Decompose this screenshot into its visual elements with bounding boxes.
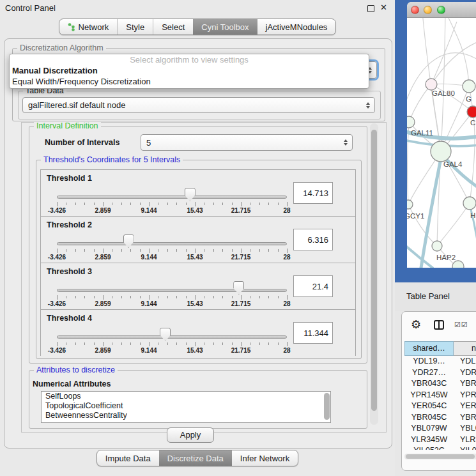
- tab-select[interactable]: Select: [153, 19, 193, 35]
- tab-cyni-toolbox[interactable]: Cyni Toolbox: [193, 19, 257, 35]
- tick-label: 28: [283, 254, 290, 261]
- tick-mark: [241, 202, 242, 206]
- numerical-attributes-label: Numerical Attributes: [33, 380, 111, 388]
- network-edge[interactable]: [409, 84, 431, 122]
- network-node-label: GAL11: [411, 129, 433, 137]
- network-node[interactable]: [426, 79, 437, 90]
- tick-mark: [57, 202, 58, 206]
- table-row[interactable]: YLR345WYLR3: [404, 434, 476, 446]
- table-row[interactable]: YPR145WYPR1: [404, 390, 476, 401]
- slider-thumb[interactable]: [160, 328, 171, 341]
- network-node-label: GCY1: [407, 212, 424, 220]
- tick-mark: [103, 249, 104, 253]
- tick-mark: [241, 342, 242, 346]
- table-hscrollbar-track[interactable]: [404, 454, 476, 459]
- network-node-label: GAL80: [432, 89, 455, 97]
- list-scrollbar-thumb[interactable]: [324, 393, 330, 420]
- network-edge[interactable]: [445, 18, 469, 86]
- network-node[interactable]: [452, 261, 464, 268]
- number-of-intervals-combobox[interactable]: 5: [141, 134, 353, 151]
- columns-icon[interactable]: [434, 320, 444, 330]
- minimize-traffic-light-icon[interactable]: [424, 6, 432, 14]
- network-edge-highlighted[interactable]: [407, 240, 433, 268]
- bottom-tab-impute-data[interactable]: Impute Data: [97, 450, 159, 466]
- tick-label: -3.426: [48, 207, 66, 214]
- threshold-value-field[interactable]: 6.316: [293, 229, 333, 250]
- threshold-value-field[interactable]: 11.344: [293, 322, 333, 344]
- tab-style[interactable]: Style: [117, 19, 153, 35]
- attribute-list-item[interactable]: BetweennessCentrality: [42, 411, 330, 420]
- threshold-value-field[interactable]: 21.4: [293, 275, 333, 297]
- network-node[interactable]: [431, 141, 451, 162]
- numerical-attributes-list[interactable]: SelfLoopsTopologicalCoefficientBetweenne…: [41, 391, 331, 423]
- tick-mark: [75, 249, 76, 252]
- table-row[interactable]: YDL19…YDL1: [404, 356, 476, 367]
- attribute-list-item[interactable]: SelfLoops: [42, 392, 330, 401]
- panel-scrollbar-thumb[interactable]: [371, 130, 377, 411]
- table-row[interactable]: YER054CYER0: [404, 401, 476, 412]
- attribute-list-item[interactable]: TopologicalCoefficient: [42, 401, 330, 411]
- tick-mark: [186, 296, 187, 298]
- float-window-icon[interactable]: [367, 5, 374, 12]
- table-hscrollbar-thumb[interactable]: [406, 454, 475, 459]
- gear-icon[interactable]: ⚙: [411, 318, 421, 332]
- network-edge[interactable]: [441, 18, 445, 151]
- threshold-slider[interactable]: -3.4262.8599.14415.4321.71528: [57, 238, 287, 261]
- network-node[interactable]: [407, 200, 413, 209]
- tick-mark: [186, 203, 187, 205]
- bottom-tab-infer-network[interactable]: Infer Network: [232, 450, 298, 466]
- tab-network[interactable]: Network: [59, 19, 118, 35]
- bottom-tab-discretize-data[interactable]: Discretize Data: [159, 450, 232, 466]
- zoom-traffic-light-icon[interactable]: [437, 6, 445, 14]
- network-node[interactable]: [407, 116, 415, 128]
- network-canvas[interactable]: GAL80GCGAL11GAL4GCY1HHAP2: [407, 18, 476, 268]
- table-row[interactable]: YIL052CYIL0: [404, 445, 476, 450]
- table-row[interactable]: YBR043CYBR0: [404, 378, 476, 390]
- checkboxes-icon[interactable]: ☑☑: [454, 321, 468, 329]
- threshold-value-field[interactable]: 14.713: [293, 182, 333, 204]
- threshold-row: Threshold 2-3.4262.8599.14415.4321.71528…: [41, 217, 355, 263]
- network-edge[interactable]: [431, 40, 476, 84]
- network-node[interactable]: [463, 197, 476, 210]
- slider-thumb[interactable]: [123, 234, 134, 248]
- network-node[interactable]: [467, 106, 476, 118]
- network-node[interactable]: [432, 241, 442, 251]
- threshold-slider[interactable]: -3.4262.8599.14415.4321.71528: [57, 192, 287, 215]
- tick-mark: [250, 249, 250, 252]
- tab-jactivemnodules[interactable]: jActiveMNodules: [257, 19, 336, 35]
- table-data-combobox[interactable]: galFiltered.sif default node: [22, 97, 375, 113]
- network-edge[interactable]: [408, 204, 437, 246]
- dropdown-option[interactable]: Equal Width/Frequency Discretization: [10, 76, 369, 87]
- threshold-label: Threshold 3: [47, 267, 92, 276]
- tick-mark: [84, 203, 85, 205]
- threshold-slider[interactable]: -3.4262.8599.14415.4321.71528: [57, 285, 287, 308]
- threshold-slider[interactable]: -3.4262.8599.14415.4321.71528: [57, 332, 287, 355]
- slider-track: [57, 289, 287, 292]
- discretization-algorithm-title: Discretization Algorithm: [17, 43, 106, 52]
- slider-thumb[interactable]: [185, 188, 196, 201]
- column-header-shared-name[interactable]: shared…: [404, 341, 454, 356]
- interval-definition-title: Interval Definition: [34, 121, 101, 130]
- dropdown-option[interactable]: Manual Discretization: [10, 65, 369, 76]
- network-window: GAL80GCGAL11GAL4GCY1HHAP2: [407, 2, 476, 268]
- table-row[interactable]: YDR27…YDR2: [404, 367, 476, 379]
- table-row[interactable]: YBL079WYBL0: [404, 423, 476, 434]
- column-header-name[interactable]: na: [454, 341, 476, 356]
- network-node[interactable]: [463, 80, 475, 93]
- right-panel: GAL80GCGAL11GAL4GCY1HHAP2 Table Panel ⚙ …: [395, 0, 476, 476]
- tick-label: 2.859: [95, 254, 111, 261]
- tick-mark: [140, 342, 141, 345]
- slider-tick-labels: -3.4262.8599.14415.4321.71528: [57, 207, 287, 215]
- combo-arrows-icon: [344, 139, 348, 146]
- tick-mark: [84, 342, 85, 345]
- table-row[interactable]: YBR045CYBR0: [404, 412, 476, 424]
- close-traffic-light-icon[interactable]: [411, 6, 419, 14]
- network-edge[interactable]: [437, 203, 470, 246]
- slider-thumb[interactable]: [233, 281, 244, 295]
- tick-mark: [158, 296, 158, 298]
- thresholds-group: Threshold's Coordinates for 5 Intervals …: [36, 160, 362, 359]
- panel-scrollbar-track[interactable]: [370, 123, 378, 425]
- close-icon[interactable]: ✕: [380, 3, 387, 12]
- apply-button[interactable]: Apply: [167, 427, 214, 443]
- tick-label: 21.715: [231, 207, 251, 214]
